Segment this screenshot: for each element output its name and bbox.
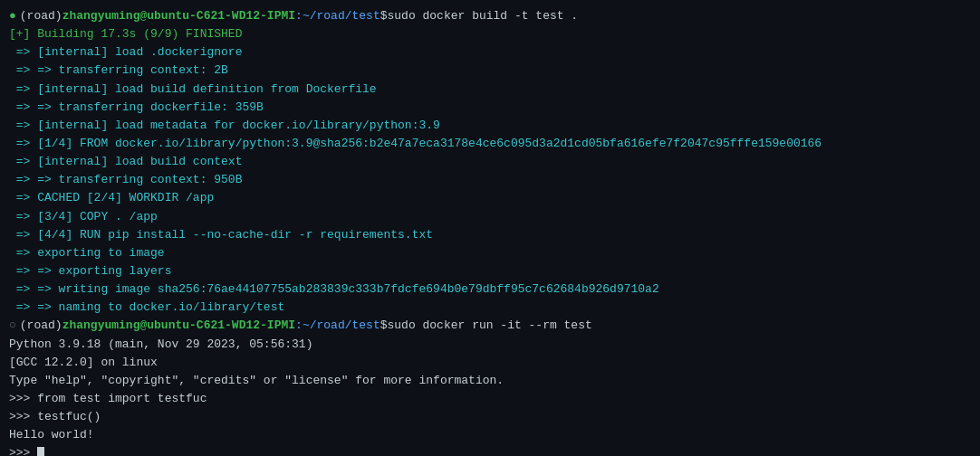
- output-line: => [internal] load build definition from…: [9, 81, 971, 99]
- prompt-dollar: $: [380, 7, 388, 25]
- output-line: => => writing image sha256:76ae44107755a…: [9, 280, 971, 299]
- output-line: => exporting to image: [9, 244, 971, 262]
- output-line: Type "help", "copyright", "credits" or "…: [9, 372, 971, 390]
- output-line: Python 3.9.18 (main, Nov 29 2023, 05:56:…: [9, 336, 971, 354]
- output-line: => => transferring context: 2B: [9, 62, 971, 80]
- terminal: ●(road) zhangyuming@ubuntu-C621-WD12-IPM…: [9, 7, 971, 456]
- cursor-line[interactable]: >>>: [9, 444, 971, 456]
- output-line: => => naming to docker.io/library/test: [9, 299, 971, 317]
- prompt-command: sudo docker run -it --rm test: [388, 317, 592, 335]
- repl-prompt: >>>: [9, 446, 37, 456]
- output-line: => [4/4] RUN pip install --no-cache-dir …: [9, 226, 971, 244]
- output-line: => [3/4] COPY . /app: [9, 208, 971, 226]
- prompt-command: sudo docker build -t test .: [388, 7, 579, 25]
- output-line: => CACHED [2/4] WORKDIR /app: [9, 189, 971, 207]
- prompt-dot: ○: [9, 317, 16, 335]
- output-line: => [internal] load build context: [9, 153, 971, 171]
- output-line: Hello world!: [9, 426, 971, 444]
- prompt-road: (road): [20, 7, 62, 25]
- output-line: => [internal] load metadata for docker.i…: [9, 117, 971, 135]
- output-line: => [internal] load .dockerignore: [9, 43, 971, 62]
- prompt-user: zhangyuming@ubuntu-C621-WD12-IPMI: [62, 7, 295, 25]
- output-line: >>> testfuc(): [9, 408, 971, 426]
- prompt-dollar: $: [380, 317, 388, 335]
- prompt-line: ○(road) zhangyuming@ubuntu-C621-WD12-IPM…: [9, 317, 971, 335]
- prompt-line: ●(road) zhangyuming@ubuntu-C621-WD12-IPM…: [9, 7, 971, 25]
- output-line: [GCC 12.2.0] on linux: [9, 354, 971, 372]
- cursor: [37, 447, 44, 456]
- output-line: => [1/4] FROM docker.io/library/python:3…: [9, 135, 971, 153]
- output-line: [+] Building 17.3s (9/9) FINISHED: [9, 25, 971, 43]
- output-line: => => transferring context: 950B: [9, 171, 971, 189]
- prompt-road: (road): [20, 317, 62, 335]
- prompt-user: zhangyuming@ubuntu-C621-WD12-IPMI: [62, 317, 295, 335]
- prompt-path: :~/road/test: [295, 7, 380, 25]
- output-line: >>> from test import testfuc: [9, 390, 971, 408]
- prompt-path: :~/road/test: [295, 317, 380, 335]
- output-line: => => exporting layers: [9, 262, 971, 280]
- output-line: => => transferring dockerfile: 359B: [9, 99, 971, 117]
- prompt-dot: ●: [9, 7, 16, 25]
